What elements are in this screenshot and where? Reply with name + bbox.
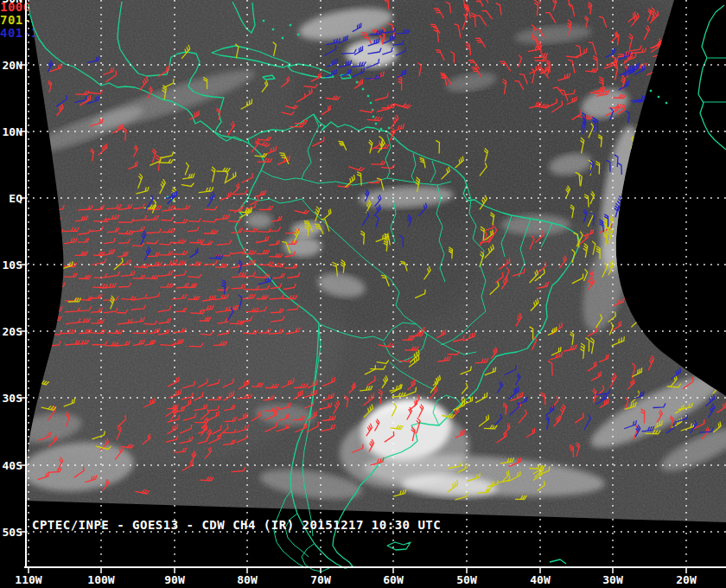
wind-barb xyxy=(637,125,640,140)
image-title: CPTEC/INPE - GOES13 - CDW CH4 (IR) 20151… xyxy=(32,519,441,532)
wind-barb xyxy=(626,170,630,185)
wind-barb xyxy=(39,240,49,246)
wind-barb xyxy=(627,172,630,183)
lon-tick-label: 50W xyxy=(456,573,477,586)
lon-tick-label: 80W xyxy=(237,573,258,586)
lon-tick-label: 20W xyxy=(676,573,697,586)
wind-barb xyxy=(629,198,632,209)
lon-tick-label: 70W xyxy=(310,573,331,586)
island-dot xyxy=(290,24,291,26)
cloud-blob xyxy=(246,213,272,228)
wind-barb xyxy=(620,262,624,277)
wind-barb xyxy=(36,208,50,212)
island-dot xyxy=(297,34,299,35)
island-dot xyxy=(370,102,372,104)
lon-tick-label: 90W xyxy=(164,573,185,586)
wind-barb xyxy=(49,238,56,252)
satellite-wind-map: 30N20N10NEQ10S20S30S40S50S110W100W90W80W… xyxy=(0,0,726,588)
coastline-path xyxy=(698,5,726,150)
lat-tick-label: 20S xyxy=(3,325,23,338)
lat-tick-label: 30S xyxy=(3,392,23,405)
lon-tick-label: 60W xyxy=(383,573,404,586)
lon-tick-label: 30W xyxy=(602,573,623,586)
wind-barb xyxy=(37,228,50,233)
island-dot xyxy=(650,90,652,92)
lon-tick-label: 40W xyxy=(530,573,551,586)
wind-barb xyxy=(627,185,632,197)
lat-tick-label: 40S xyxy=(3,459,23,472)
wind-barb xyxy=(639,275,645,286)
wind-barb xyxy=(39,338,52,343)
island-dot xyxy=(380,128,382,130)
wind-barb xyxy=(656,89,668,97)
wind-barb xyxy=(48,249,62,254)
wind-barb xyxy=(638,132,641,145)
wind-barb xyxy=(656,61,661,74)
wind-barb xyxy=(51,230,63,233)
wind-barb xyxy=(36,329,50,335)
island-dot xyxy=(375,123,377,125)
island-dot xyxy=(263,20,264,22)
island-dot xyxy=(388,127,390,129)
wind-barb xyxy=(662,57,672,64)
wind-barb xyxy=(664,92,677,97)
wind-barb xyxy=(640,278,653,285)
lat-tick-label: 20N xyxy=(3,59,23,72)
wind-barb xyxy=(629,163,634,174)
wind-barb xyxy=(35,272,47,276)
island-dot xyxy=(666,102,667,104)
wind-barb xyxy=(626,246,629,259)
coastline-path xyxy=(550,559,566,564)
lat-tick-label: EQ xyxy=(9,192,22,205)
wind-barb xyxy=(630,201,633,214)
lat-tick-label: 10N xyxy=(3,125,23,138)
wind-barb xyxy=(36,218,49,222)
lon-tick-label: 100W xyxy=(87,573,114,586)
cloud-blob xyxy=(283,236,322,257)
wind-barb xyxy=(48,297,60,301)
wind-barb xyxy=(50,263,63,268)
wind-barb xyxy=(621,220,625,231)
wind-barb xyxy=(48,276,59,279)
wind-barb xyxy=(50,218,60,222)
lon-tick-label: 110W xyxy=(15,573,41,586)
wind-barb xyxy=(720,381,726,393)
wind-barb xyxy=(37,251,48,255)
wind-barb xyxy=(662,63,675,68)
wind-barb xyxy=(628,212,631,227)
island-dot xyxy=(367,95,369,97)
lat-tick-label: 50S xyxy=(3,526,23,539)
wind-barb xyxy=(37,319,49,323)
coastline-path xyxy=(387,542,411,550)
wind-barb xyxy=(656,61,666,68)
wind-barb xyxy=(35,282,47,287)
island-dot xyxy=(362,88,364,90)
island-dot xyxy=(373,116,374,118)
island-dot xyxy=(282,37,283,39)
lat-tick-label: 30N xyxy=(3,0,23,5)
wind-barb xyxy=(665,112,678,116)
map-canvas: 30N20N10NEQ10S20S30S40S50S110W100W90W80W… xyxy=(0,0,726,588)
island-dot xyxy=(272,29,274,30)
lat-tick-label: 10S xyxy=(3,259,23,272)
island-dot xyxy=(356,81,358,83)
wind-barb xyxy=(649,85,659,93)
island-dot xyxy=(658,96,659,98)
